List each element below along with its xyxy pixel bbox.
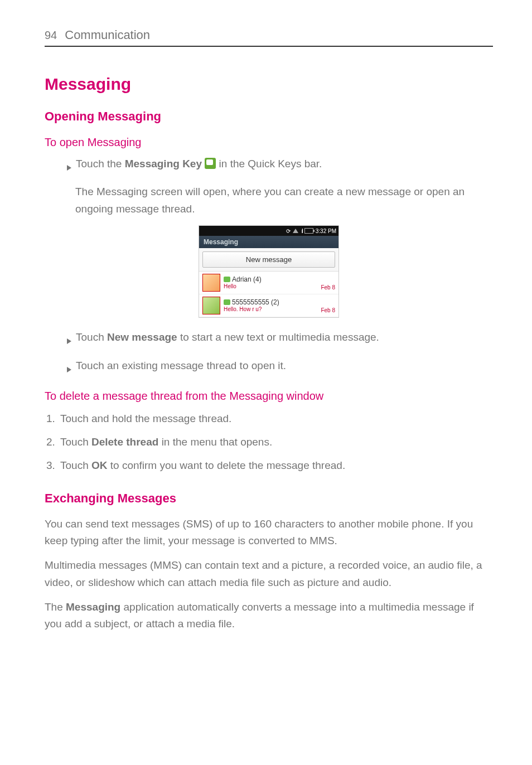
h3-to-open-messaging: To open Messaging <box>45 136 493 149</box>
thread-row-number[interactable]: 5555555555 (2) Hello. How r u? Feb 8 <box>199 294 338 317</box>
bars-icon: ıll <box>302 228 302 234</box>
bullet2-bold: New message <box>107 331 177 343</box>
bullet1-text: Touch the Messaging Key in the Quick Key… <box>76 156 322 172</box>
step1-text: Touch and hold the message thread. <box>60 413 231 424</box>
ss-newmsg-wrap: New message <box>199 248 338 272</box>
screenshot-container: ⟳ ıll 3:32 PM Messaging New message Adri… <box>45 225 493 318</box>
bullet-new-message: Touch New message to start a new text or… <box>45 329 493 349</box>
page-number: 94 <box>45 29 57 42</box>
signal-icon <box>293 229 298 233</box>
step-1: Touch and hold the message thread. <box>58 409 493 428</box>
triangle-bullet-icon <box>67 332 71 349</box>
thread-body: 5555555555 (2) Hello. How r u? <box>224 298 321 313</box>
h3-delete-thread: To delete a message thread from the Mess… <box>45 390 493 403</box>
step3-pre: Touch <box>60 459 91 471</box>
svg-marker-2 <box>67 367 71 372</box>
h2-exchanging-messages: Exchanging Messages <box>45 491 493 506</box>
bullet-existing-thread: Touch an existing message thread to open… <box>45 357 493 377</box>
page-header-title: Communication <box>65 28 150 42</box>
bubble-icon <box>224 277 230 282</box>
thread-row-adrian[interactable]: Adrian (4) Hello Feb 8 <box>199 272 338 294</box>
step2-bold: Delete thread <box>91 436 158 448</box>
new-message-button[interactable]: New message <box>202 251 335 268</box>
svg-marker-0 <box>67 165 71 171</box>
bullet2-text: Touch New message to start a new text or… <box>76 329 379 346</box>
thread-preview-1: Hello. How r u? <box>224 306 321 313</box>
svg-marker-1 <box>67 338 71 344</box>
step2-post: in the menu that opens. <box>158 436 272 448</box>
para-auto-convert: The Messaging application automatically … <box>45 599 493 633</box>
bullet1-pre: Touch the <box>76 158 125 170</box>
para4-pre: The <box>45 601 66 613</box>
ss-time: 3:32 PM <box>316 228 336 234</box>
step3-post: to confirm you want to delete the messag… <box>107 459 345 471</box>
bullet2-post: to start a new text or multimedia messag… <box>177 331 379 343</box>
thread-name-1: 5555555555 (2) <box>232 298 279 306</box>
h2-opening-messaging: Opening Messaging <box>45 109 493 124</box>
triangle-bullet-icon <box>67 159 71 176</box>
step2-pre: Touch <box>60 436 91 448</box>
para4-bold: Messaging <box>66 601 120 613</box>
page-header: 94 Communication <box>45 28 493 47</box>
bullet1-bold: Messaging Key <box>125 158 202 170</box>
h1-messaging: Messaging <box>45 75 493 94</box>
thread-date-1: Feb 8 <box>321 307 335 313</box>
battery-icon <box>304 228 313 234</box>
delete-steps: Touch and hold the message thread. Touch… <box>45 409 493 476</box>
thread-preview-0: Hello <box>224 283 321 290</box>
para-messaging-screen: The Messaging screen will open, where yo… <box>45 183 493 217</box>
messaging-screenshot: ⟳ ıll 3:32 PM Messaging New message Adri… <box>199 225 339 318</box>
bullet2-pre: Touch <box>76 331 107 343</box>
bullet3-text: Touch an existing message thread to open… <box>76 357 286 374</box>
bullet-touch-messaging-key: Touch the Messaging Key in the Quick Key… <box>45 156 493 176</box>
avatar-icon <box>202 274 220 292</box>
para-sms-limit: You can send text messages (SMS) of up t… <box>45 516 493 550</box>
para-mms-content: Multimedia messages (MMS) can contain te… <box>45 557 493 591</box>
avatar-icon <box>202 297 220 314</box>
bubble-icon <box>224 299 230 305</box>
step-3: Touch OK to confirm you want to delete t… <box>58 456 493 475</box>
sync-icon: ⟳ <box>286 228 291 234</box>
ss-title: Messaging <box>199 236 338 248</box>
bullet1-post: in the Quick Keys bar. <box>216 158 322 170</box>
ss-statusbar: ⟳ ıll 3:32 PM <box>199 226 338 236</box>
thread-date-0: Feb 8 <box>321 284 335 290</box>
step3-bold: OK <box>91 459 108 471</box>
thread-name-0: Adrian (4) <box>232 275 262 283</box>
triangle-bullet-icon <box>67 361 71 377</box>
thread-body: Adrian (4) Hello <box>224 275 321 290</box>
step-2: Touch Delete thread in the menu that ope… <box>58 433 493 452</box>
messaging-key-icon <box>205 158 216 169</box>
